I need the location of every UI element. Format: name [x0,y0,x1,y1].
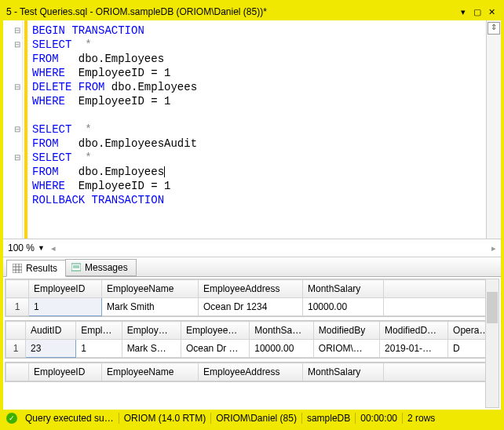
col-modifiedby[interactable]: ModifiedBy [313,322,379,340]
corner-cell[interactable] [6,363,29,381]
fold-icon[interactable]: ⊟ [14,24,20,38]
sql-editor[interactable]: ⊟ ⊟ ⊟ ⊟ ⊟ BEGIN TRANSACTION SELECT * FRO… [3,20,501,239]
star-op: * [71,38,91,51]
status-database: sampleDB [302,413,356,424]
status-user: ORIOM\Daniel (85) [211,413,302,424]
corner-cell[interactable] [6,322,26,340]
kw-from: FROM [32,137,59,150]
zoom-value[interactable]: 100 % [8,242,35,253]
kw-where: WHERE [32,67,65,79]
status-message: Query executed su… [20,413,119,424]
kw-select: SELECT [32,151,71,164]
row-number[interactable]: 1 [6,298,29,316]
tab-messages-label: Messages [85,262,128,273]
cell-employeeid[interactable]: 1 [29,298,102,316]
col-empty [384,363,499,381]
scrollbar-thumb[interactable] [487,292,498,323]
col-employeeid[interactable]: Empl… [76,322,122,340]
grid-icon [12,263,23,274]
col-employeeid[interactable]: EmployeeID [29,280,102,298]
row-number[interactable]: 1 [6,340,26,358]
cell-employeename[interactable]: Mark Smith [102,298,199,316]
text-caret [164,166,165,177]
col-employeeaddress[interactable]: EmployeeAddress [199,280,303,298]
result-grid-3[interactable]: EmployeeID EmployeeName EmployeeAddress … [5,362,499,382]
kw-where: WHERE [32,180,65,192]
kw-from: FROM [71,81,104,93]
kw-delete: DELETE [32,81,71,93]
col-auditid[interactable]: AuditID [26,322,76,340]
cond-empid: EmployeeID = 1 [65,180,170,192]
zoom-bar: 100 % ▼ ◂ ▸ [3,239,501,257]
col-monthsalary[interactable]: MonthSalary [303,280,384,298]
fold-icon[interactable]: ⊟ [14,38,20,52]
window-maximize-icon[interactable]: ▢ [471,5,484,18]
cell-monthsalary[interactable]: 10000.00 [250,340,314,358]
obj-employees: dbo.Employees [104,81,197,93]
col-employeename[interactable]: EmployeeName [102,280,199,298]
table-header: EmployeeID EmployeeName EmployeeAddress … [6,363,499,381]
messages-icon [71,262,82,273]
kw-from: FROM [32,53,59,65]
kw-begin-transaction: BEGIN TRANSACTION [32,24,144,37]
cell-monthsalary[interactable]: 10000.00 [303,298,384,316]
svg-rect-0 [13,264,22,273]
kw-rollback-transaction: ROLLBACK TRANSACTION [32,194,164,206]
star-op: * [71,151,91,164]
window-context-icon[interactable]: ▾ [457,5,469,18]
table-row[interactable]: 1 23 1 Mark S… Ocean Dr … 10000.00 ORIOM… [6,340,499,358]
kw-where: WHERE [32,95,65,108]
cell-employeeaddress[interactable]: Ocean Dr … [181,340,249,358]
status-rows: 2 rows [403,413,440,424]
col-modifieddate[interactable]: ModifiedD… [380,322,448,340]
titlebar[interactable]: 5 - Test Queries.sql - ORIOM.sampleDB (O… [3,3,501,20]
col-employeename[interactable]: Employ… [122,322,181,340]
window-title: 5 - Test Queries.sql - ORIOM.sampleDB (O… [6,6,455,17]
result-grid-1[interactable]: EmployeeID EmployeeName EmployeeAddress … [5,279,499,317]
split-toggle-icon[interactable]: ⇕ [488,22,500,35]
corner-cell[interactable] [6,280,29,298]
cell-employeename[interactable]: Mark S… [122,340,181,358]
hscroll-left-icon[interactable]: ◂ [51,243,56,253]
table-row[interactable]: 1 1 Mark Smith Ocean Dr 1234 10000.00 [6,298,499,316]
col-empty [384,280,499,298]
results-tabs: Results Messages [3,257,501,277]
table-header: EmployeeID EmployeeName EmployeeAddress … [6,280,499,298]
kw-from: FROM [32,166,59,178]
results-vscrollbar[interactable] [485,279,499,408]
tab-results-label: Results [26,263,57,274]
cell-employeeaddress[interactable]: Ocean Dr 1234 [199,298,303,316]
status-time: 00:00:00 [356,413,403,424]
cond-empid: EmployeeID = 1 [65,67,170,79]
star-op: * [71,123,91,136]
sql-query-window: 5 - Test Queries.sql - ORIOM.sampleDB (O… [0,0,504,430]
window-close-icon[interactable]: ✕ [485,5,498,18]
obj-employeesaudit: dbo.EmployeesAudit [59,137,197,150]
kw-select: SELECT [32,123,71,136]
fold-icon[interactable]: ⊟ [14,151,20,165]
tab-results[interactable]: Results [6,260,66,277]
cond-empid: EmployeeID = 1 [65,95,170,108]
col-employeeaddress[interactable]: Employee… [181,322,249,340]
col-monthsalary[interactable]: MonthSa… [250,322,314,340]
cell-modifieddate[interactable]: 2019-01-… [380,340,448,358]
table-header: AuditID Empl… Employ… Employee… MonthSa…… [6,322,499,340]
tab-messages[interactable]: Messages [65,259,137,276]
cell-employeeid[interactable]: 1 [76,340,122,358]
cell-auditid[interactable]: 23 [26,340,76,358]
fold-icon[interactable]: ⊟ [14,80,20,94]
editor-splitter-bar: ⇕ [486,20,501,239]
status-bar: ✓ Query executed su… ORIOM (14.0 RTM) OR… [3,410,501,427]
zoom-dropdown-icon[interactable]: ▼ [38,244,45,252]
results-area: EmployeeID EmployeeName EmployeeAddress … [3,277,501,410]
fold-icon[interactable]: ⊟ [14,122,20,137]
code-text[interactable]: BEGIN TRANSACTION SELECT * FROM dbo.Empl… [27,20,486,239]
cell-modifiedby[interactable]: ORIOM\… [313,340,379,358]
col-employeename[interactable]: EmployeeName [102,363,199,381]
col-monthsalary[interactable]: MonthSalary [303,363,384,381]
result-grid-2[interactable]: AuditID Empl… Employ… Employee… MonthSa…… [5,320,499,359]
col-employeeaddress[interactable]: EmployeeAddress [199,363,303,381]
content-area: ⊟ ⊟ ⊟ ⊟ ⊟ BEGIN TRANSACTION SELECT * FRO… [3,20,501,427]
hscroll-right-icon[interactable]: ▸ [491,243,496,253]
col-employeeid[interactable]: EmployeeID [29,363,102,381]
